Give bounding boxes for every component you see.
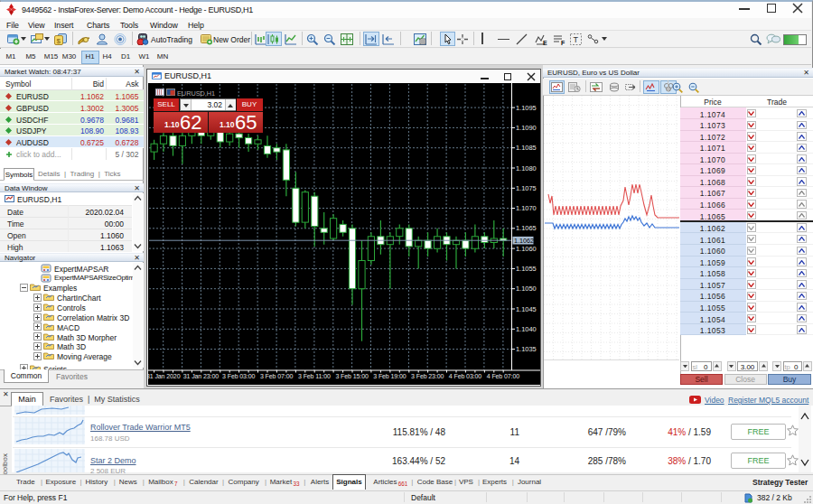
- svg-text:E: E: [543, 40, 547, 46]
- svg-text:3 Feb 23:00: 3 Feb 23:00: [411, 373, 444, 379]
- svg-text:3 Feb 15:00: 3 Feb 15:00: [335, 373, 368, 379]
- svg-text:F: F: [561, 40, 565, 46]
- svg-text:31 Jan 2020: 31 Jan 2020: [148, 373, 181, 379]
- svg-text:1.1080: 1.1080: [516, 164, 537, 173]
- svg-text:1.1050: 1.1050: [516, 285, 537, 293]
- svg-text:1.1065: 1.1065: [516, 224, 537, 232]
- svg-text:1.1045: 1.1045: [516, 305, 537, 313]
- svg-text:T: T: [574, 35, 579, 44]
- svg-text:1.1085: 1.1085: [516, 144, 537, 152]
- svg-text:1.1060: 1.1060: [516, 245, 537, 253]
- svg-text:31 Jan 23:00: 31 Jan 23:00: [183, 373, 219, 379]
- svg-text:1.1055: 1.1055: [516, 265, 537, 273]
- svg-text:3 Feb 07:00: 3 Feb 07:00: [260, 373, 293, 379]
- svg-text:3 Feb 19:00: 3 Feb 19:00: [373, 373, 406, 379]
- svg-text:1.1062: 1.1062: [514, 237, 534, 245]
- svg-text:1.1035: 1.1035: [516, 345, 537, 353]
- svg-text:4 Feb 07:00: 4 Feb 07:00: [487, 373, 519, 379]
- svg-text:1.1040: 1.1040: [516, 325, 537, 333]
- svg-text:4 Feb 03:00: 4 Feb 03:00: [449, 373, 481, 379]
- svg-text:3 Feb 11:00: 3 Feb 11:00: [298, 373, 331, 379]
- svg-text:1.1090: 1.1090: [516, 124, 537, 132]
- svg-text:1.1070: 1.1070: [516, 204, 537, 212]
- svg-text:1.1095: 1.1095: [516, 104, 537, 112]
- svg-text:$: $: [57, 37, 61, 45]
- svg-text:1.1075: 1.1075: [516, 184, 537, 192]
- svg-text:3 Feb 03:00: 3 Feb 03:00: [222, 373, 255, 379]
